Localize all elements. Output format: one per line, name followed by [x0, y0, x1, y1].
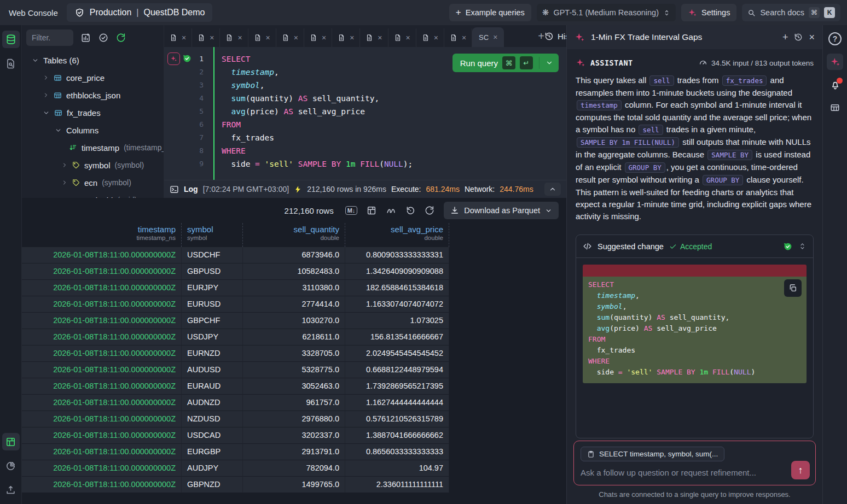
close-tab-icon[interactable]: ×	[294, 34, 298, 42]
editor-tab[interactable]: ×	[360, 28, 388, 47]
settings-button[interactable]: Settings	[681, 4, 736, 21]
add-tab-icon[interactable]: +	[538, 30, 544, 43]
table-row[interactable]: 2026-01-08T18:11:00.000000000ZEURUSD2774…	[22, 296, 566, 313]
close-tab-icon[interactable]: ×	[350, 34, 354, 42]
instance-badge[interactable]: Production | QuestDB Demo	[67, 3, 213, 22]
chat-history-icon[interactable]	[794, 33, 803, 42]
table-row[interactable]: 2026-01-08T18:11:00.000000000ZGBPUSD1058…	[22, 263, 566, 280]
tree-column-trade-id[interactable]: 123 trade_id (uuid)	[26, 191, 159, 198]
table-row[interactable]: 2026-01-08T18:11:00.000000000ZGBPCHF1030…	[22, 313, 566, 329]
editor-tab[interactable]: ×	[164, 28, 192, 47]
tree-root-tables[interactable]: Tables (6)	[26, 51, 159, 69]
editor-tab[interactable]: ×	[444, 28, 472, 47]
chat-input-box[interactable]: SELECT timestamp, symbol, sum(... Ask a …	[573, 441, 816, 485]
close-tab-icon[interactable]: ×	[182, 34, 186, 42]
column-header[interactable]: timestamptimestamp_ns	[22, 223, 182, 247]
tree-columns-group[interactable]: Columns	[26, 121, 159, 139]
column-header[interactable]: sell_avg_pricedouble	[345, 223, 449, 247]
filter-input[interactable]	[26, 30, 73, 46]
close-tab-icon[interactable]: ×	[493, 33, 497, 41]
run-query-button[interactable]: Run query ⌘ ↵	[452, 54, 559, 72]
editor-tab[interactable]: SC×	[472, 27, 504, 47]
editor-tab[interactable]: ×	[416, 28, 444, 47]
tree-table-ethblocks-json[interactable]: ethblocks_json	[26, 86, 159, 104]
select-tables-icon[interactable]	[98, 33, 108, 43]
refresh-tables-icon[interactable]	[116, 33, 126, 43]
collapse-log-button[interactable]	[544, 183, 561, 196]
table-row[interactable]: 2026-01-08T18:11:00.000000000ZAUDNZD9617…	[22, 395, 566, 411]
ai-assistant-rail-button[interactable]	[827, 54, 843, 70]
editor-tab[interactable]: ×	[388, 28, 416, 47]
table-cell: 2026-01-08T18:11:00.000000000Z	[22, 296, 182, 313]
draw-chart-icon[interactable]	[386, 206, 396, 216]
chat-input[interactable]: Ask a follow up question or request refi…	[581, 468, 809, 477]
table-cell: 1.3426409090909088	[345, 263, 449, 280]
table-row[interactable]: 2026-01-08T18:11:00.000000000ZNZDUSD2976…	[22, 411, 566, 427]
results-toolbar: 212,160 rows M↓ Download as Parquet	[22, 198, 566, 223]
close-tab-icon[interactable]: ×	[462, 34, 466, 42]
collapse-diff-icon[interactable]	[798, 242, 807, 250]
tree-column-ecn[interactable]: ecn (symbol)	[26, 174, 159, 191]
editor-tab[interactable]: ×	[192, 28, 220, 47]
copy-code-button[interactable]	[784, 279, 802, 297]
column-header[interactable]: symbolsymbol	[182, 223, 243, 247]
tree-table-fx-trades[interactable]: fx_trades	[26, 104, 159, 121]
help-button[interactable]: ?	[827, 31, 843, 47]
sql-editor[interactable]: 123456789 SELECT timestamp, symbol, sum(…	[164, 47, 566, 180]
table-cell: 2026-01-08T18:11:00.000000000Z	[22, 444, 182, 460]
tree-column-symbol[interactable]: symbol (symbol)	[26, 156, 159, 174]
editor-tab[interactable]: ×	[276, 28, 304, 47]
markdown-export-icon[interactable]: M↓	[345, 206, 358, 215]
table-row[interactable]: 2026-01-08T18:11:00.000000000ZEURJPY3110…	[22, 280, 566, 296]
table-cell: 2026-01-08T18:11:00.000000000Z	[22, 362, 182, 378]
table-cell: 2026-01-08T18:11:00.000000000Z	[22, 477, 182, 493]
table-row[interactable]: 2026-01-08T18:11:00.000000000ZEURNZD3328…	[22, 345, 566, 362]
table-row[interactable]: 2026-01-08T18:11:00.000000000ZEURGBP2913…	[22, 444, 566, 460]
editor-tab[interactable]: ×	[220, 28, 248, 47]
editor-tab[interactable]: ×	[248, 28, 276, 47]
close-tab-icon[interactable]: ×	[237, 34, 242, 42]
new-chat-icon[interactable]: +	[782, 32, 788, 42]
close-tab-icon[interactable]: ×	[434, 34, 438, 42]
add-metrics-icon[interactable]	[81, 33, 91, 43]
close-tab-icon[interactable]: ×	[210, 34, 214, 42]
close-tab-icon[interactable]: ×	[406, 34, 410, 42]
editor-tab[interactable]: ×	[332, 28, 360, 47]
chevron-down-icon[interactable]	[545, 207, 552, 214]
column-header[interactable]: sell_quantitydouble	[243, 223, 345, 247]
table-row[interactable]: 2026-01-08T18:11:00.000000000ZAUDJPY7820…	[22, 460, 566, 477]
refresh-results-icon[interactable]	[425, 206, 434, 215]
table-row[interactable]: 2026-01-08T18:11:00.000000000ZUSDCAD3202…	[22, 427, 566, 444]
table-row[interactable]: 2026-01-08T18:11:00.000000000ZUSDCHF6873…	[22, 247, 566, 263]
chart-view-rail-button[interactable]	[2, 457, 20, 474]
tree-table-core-price[interactable]: core_price	[26, 69, 159, 86]
model-select[interactable]: ❋ GPT-5.1 (Medium Reasoning)	[537, 4, 676, 21]
tables-rail-button[interactable]	[2, 31, 20, 48]
query-context-chip[interactable]: SELECT timestamp, symbol, sum(...	[581, 447, 724, 461]
import-rail-button[interactable]	[2, 481, 20, 499]
query-log-rail-button[interactable]	[2, 55, 20, 72]
layout-toggle-icon[interactable]	[367, 206, 376, 215]
table-cell: AUDUSD	[182, 362, 243, 378]
table-row[interactable]: 2026-01-08T18:11:00.000000000ZUSDJPY6218…	[22, 329, 566, 345]
table-schema-rail-button[interactable]	[827, 99, 843, 116]
table-row[interactable]: 2026-01-08T18:11:00.000000000ZGBPNZD1499…	[22, 477, 566, 493]
notifications-button[interactable]	[827, 77, 843, 93]
editor-tab[interactable]: ×	[304, 28, 332, 47]
example-queries-button[interactable]: + Example queries	[449, 4, 531, 21]
table-icon	[830, 103, 840, 113]
close-tab-icon[interactable]: ×	[322, 34, 326, 42]
download-parquet-button[interactable]: Download as Parquet	[444, 202, 559, 219]
table-row[interactable]: 2026-01-08T18:11:00.000000000ZAUDUSD5328…	[22, 362, 566, 378]
table-row[interactable]: 2026-01-08T18:11:00.000000000ZEURAUD3052…	[22, 378, 566, 395]
close-tab-icon[interactable]: ×	[266, 34, 270, 42]
run-options-chevron[interactable]	[546, 59, 553, 67]
tree-column-timestamp[interactable]: timestamp (timestamp_ns)	[26, 139, 159, 156]
send-button[interactable]: ↑	[791, 461, 810, 479]
grid-view-rail-button[interactable]	[2, 433, 20, 450]
refresh-timer-icon[interactable]	[405, 206, 415, 215]
close-tab-icon[interactable]: ×	[378, 34, 382, 42]
chevron-right-icon	[61, 179, 68, 186]
search-docs-input[interactable]: Search docs ⌘ K	[742, 4, 840, 21]
close-chat-icon[interactable]: ×	[809, 32, 815, 42]
